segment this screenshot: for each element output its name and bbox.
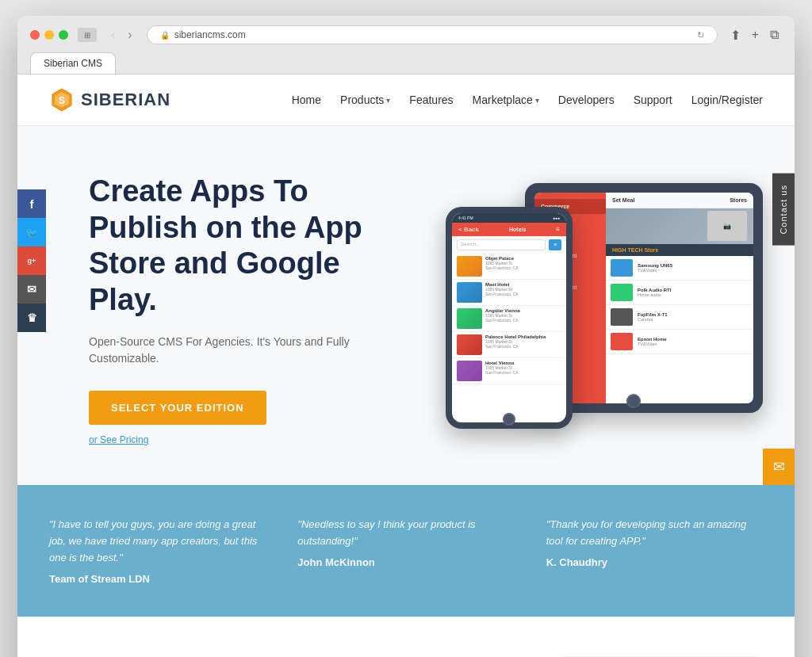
email-envelope-icon: ✉ bbox=[773, 458, 785, 476]
devices-container: Commerce 📋 Catalog % Discount ★ bbox=[430, 183, 763, 437]
tablet-home-button bbox=[626, 394, 641, 408]
email-button[interactable]: ✉ bbox=[17, 275, 46, 304]
search-input[interactable]: Search... bbox=[457, 239, 546, 250]
phone-mockup: 4:41 PM ●●● < Back Hotels ≡ Search... bbox=[446, 207, 573, 429]
product-image bbox=[611, 259, 633, 277]
hero-section: f 🐦 g+ ✉ ♛ Create Apps To Publish on the… bbox=[17, 126, 795, 485]
site-nav: Home Products ▾ Features Marketplace ▾ D… bbox=[292, 94, 763, 106]
see-pricing-link[interactable]: or See Pricing bbox=[89, 434, 390, 445]
product-image bbox=[611, 284, 633, 301]
crown-button[interactable]: ♛ bbox=[17, 304, 46, 332]
browser-tabs: Siberian CMS bbox=[30, 52, 782, 74]
bottom-section: Lean Back and Build Your bbox=[17, 617, 795, 657]
browser-nav-buttons: ‹ › bbox=[106, 26, 137, 44]
product-image bbox=[611, 333, 633, 350]
maximize-button[interactable] bbox=[59, 30, 68, 40]
phone-search-bar: Search... ≡ bbox=[452, 236, 566, 254]
lock-icon: 🔒 bbox=[160, 31, 170, 40]
browser-actions: ⬆ + ⧉ bbox=[727, 26, 782, 44]
phone-status-bar: 4:41 PM ●●● bbox=[452, 213, 566, 223]
google-plus-button[interactable]: g+ bbox=[17, 246, 46, 275]
hotel-image bbox=[457, 256, 482, 277]
hotel-info: Mast Hotel 1065 Market StSan Francisco, … bbox=[485, 282, 561, 303]
logo[interactable]: S SIBERIAN bbox=[49, 87, 170, 113]
tablet-product-list: Samsung UN65 TV&Video Polk Audio RTI Hom… bbox=[606, 256, 753, 403]
phone-home-button bbox=[503, 413, 515, 426]
tablet-banner-area: 📷 bbox=[606, 208, 753, 244]
product-info: Samsung UN65 TV&Video bbox=[638, 263, 749, 273]
crown-icon: ♛ bbox=[27, 311, 37, 324]
back-button[interactable]: ‹ bbox=[106, 26, 120, 44]
hotel-info: Objet Palace 1065 Market StSan Francisco… bbox=[485, 256, 561, 277]
testimonial-author: Team of Stream LDN bbox=[49, 573, 266, 585]
site-header: S SIBERIAN Home Products ▾ Features bbox=[17, 74, 795, 126]
list-item: Mast Hotel 1065 Market StSan Francisco, … bbox=[452, 280, 566, 306]
table-row: FujiFilm X-T1 Camera bbox=[606, 305, 753, 330]
forward-button[interactable]: › bbox=[123, 26, 136, 44]
side-tabs: Contact us ✉ bbox=[772, 126, 795, 485]
refresh-icon[interactable]: ↻ bbox=[697, 30, 704, 40]
nav-home[interactable]: Home bbox=[292, 94, 321, 106]
active-tab[interactable]: Siberian CMS bbox=[30, 52, 116, 74]
nav-products[interactable]: Products ▾ bbox=[340, 94, 390, 106]
email-icon: ✉ bbox=[27, 283, 36, 296]
nav-marketplace[interactable]: Marketplace ▾ bbox=[473, 94, 539, 106]
hotel-info: Hotel Vienna 1065 Market StSan Francisco… bbox=[485, 361, 561, 381]
tablet-top-header: Set Meal Stores bbox=[606, 193, 753, 208]
hero-title: Create Apps To Publish on the App Store … bbox=[89, 174, 390, 318]
share-button[interactable]: ⬆ bbox=[727, 26, 744, 44]
nav-developers[interactable]: Developers bbox=[558, 94, 615, 106]
browser-window: ⊞ ‹ › 🔒 siberiancms.com ↻ ⬆ + ⧉ Siberian… bbox=[17, 16, 795, 657]
phone-nav-bar: < Back Hotels ≡ bbox=[452, 223, 566, 236]
phone-back-btn[interactable]: < Back bbox=[458, 226, 479, 233]
products-dropdown-arrow: ▾ bbox=[386, 96, 390, 105]
product-image bbox=[611, 308, 633, 326]
phone-screen: 4:41 PM ●●● < Back Hotels ≡ Search... bbox=[452, 213, 566, 422]
browser-chrome: ⊞ ‹ › 🔒 siberiancms.com ↻ ⬆ + ⧉ Siberian… bbox=[17, 16, 795, 74]
testimonial-3: "Thank you for developing such an amazin… bbox=[546, 517, 763, 584]
table-row: Epson Home TV&Video bbox=[606, 330, 753, 354]
nav-login[interactable]: Login/Register bbox=[691, 94, 763, 106]
email-contact-tab[interactable]: ✉ bbox=[763, 449, 795, 485]
hotel-list: Objet Palace 1065 Market StSan Francisco… bbox=[452, 254, 566, 384]
list-item: Palence Hotel Philadelphia 1065 Market S… bbox=[452, 332, 566, 358]
cta-button[interactable]: SELECT YOUR EDITION bbox=[89, 391, 266, 425]
url-text: siberiancms.com bbox=[174, 29, 246, 40]
hero-content: Create Apps To Publish on the App Store … bbox=[89, 174, 390, 445]
hotel-info: Palence Hotel Philadelphia 1065 Market S… bbox=[485, 334, 561, 355]
nav-support[interactable]: Support bbox=[634, 94, 672, 106]
facebook-icon: f bbox=[30, 197, 34, 211]
close-button[interactable] bbox=[30, 30, 40, 40]
testimonial-text: "I have to tell you guys, you are doing … bbox=[49, 517, 266, 566]
address-bar[interactable]: 🔒 siberiancms.com ↻ bbox=[147, 25, 718, 44]
testimonial-1: "I have to tell you guys, you are doing … bbox=[49, 517, 266, 584]
new-tab-button[interactable]: + bbox=[749, 26, 762, 44]
testimonial-author: K. Chaudhry bbox=[546, 556, 763, 568]
marketplace-dropdown-arrow: ▾ bbox=[535, 96, 539, 105]
google-plus-icon: g+ bbox=[28, 257, 36, 265]
svg-text:S: S bbox=[59, 95, 65, 106]
hotel-image bbox=[457, 361, 482, 381]
twitter-button[interactable]: 🐦 bbox=[17, 218, 46, 246]
website-content: S SIBERIAN Home Products ▾ Features bbox=[17, 74, 795, 657]
tablet-store-name: HIGH TECH Store bbox=[606, 244, 753, 256]
testimonial-2: "Needless to say I think your product is… bbox=[297, 517, 514, 584]
tablet-banner-img: 📷 bbox=[707, 211, 747, 241]
browser-controls: ⊞ ‹ › 🔒 siberiancms.com ↻ ⬆ + ⧉ bbox=[30, 25, 782, 44]
hotel-image bbox=[457, 282, 482, 303]
facebook-button[interactable]: f bbox=[17, 189, 46, 218]
contact-us-tab[interactable]: Contact us bbox=[772, 174, 795, 246]
twitter-icon: 🐦 bbox=[25, 227, 38, 239]
list-item: Hotel Vienna 1065 Market StSan Francisco… bbox=[452, 358, 566, 384]
phone-menu-icon: ≡ bbox=[556, 226, 560, 233]
minimize-button[interactable] bbox=[44, 30, 54, 40]
nav-features[interactable]: Features bbox=[409, 94, 453, 106]
filter-button[interactable]: ≡ bbox=[549, 239, 561, 250]
window-toggle-btn[interactable]: ⊞ bbox=[78, 28, 97, 42]
hotel-image bbox=[457, 308, 482, 329]
product-info: Epson Home TV&Video bbox=[638, 337, 749, 346]
hero-subtitle: Open-Source CMS For Agencies. It's Yours… bbox=[89, 334, 390, 367]
tabs-button[interactable]: ⧉ bbox=[767, 26, 782, 44]
hotel-image bbox=[457, 334, 482, 355]
search-placeholder: Search... bbox=[461, 242, 480, 246]
